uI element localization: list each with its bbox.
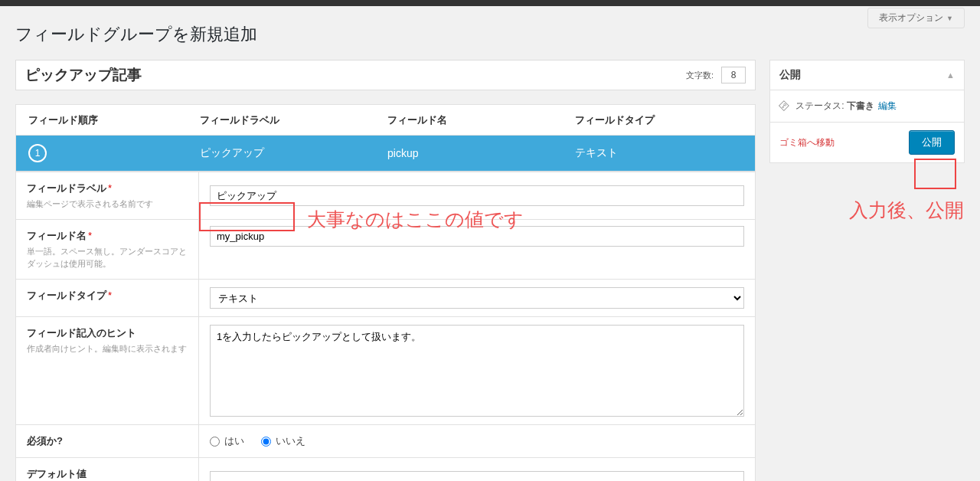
required-asterisk: * [108,182,112,194]
publish-box: 公開 ▲ ⚿ ステータス: 下書き 編集 ゴミ箱へ移動 公開 [769,60,965,163]
default-value-input[interactable] [210,471,744,481]
setting-field-label-sub: 編集ページで表示される名前です [27,198,188,210]
field-row-type: テキスト [575,146,755,160]
annotation-publish-text: 入力後、公開 [849,198,964,223]
field-label-input[interactable] [210,185,744,206]
setting-required-lbl: 必須か? [27,435,63,447]
key-icon: ⚿ [777,99,791,113]
setting-field-type-lbl: フィールドタイプ [27,290,106,301]
page-title: フィールドグループを新規追加 [15,23,965,46]
publish-button[interactable]: 公開 [909,130,955,155]
header-label: フィールドラベル [200,113,387,127]
header-name: フィールド名 [387,113,575,127]
trash-link[interactable]: ゴミ箱へ移動 [779,136,835,149]
charcount-label: 文字数: [686,70,714,81]
field-name-input[interactable] [210,226,744,247]
setting-field-hint-sub: 作成者向けヒント。編集時に表示されます [27,343,188,355]
status-label: ステータス: [795,100,844,111]
setting-field-type-row: フィールドタイプ* テキスト [15,280,756,317]
setting-field-hint-row: フィールド記入のヒント 作成者向けヒント。編集時に表示されます [15,317,756,425]
field-row-label: ピックアップ [200,146,387,160]
header-order: フィールド順序 [16,113,200,127]
setting-default-lbl: デフォルト値 [27,468,87,479]
edit-status-link[interactable]: 編集 [878,100,897,111]
group-title-input[interactable] [25,67,678,83]
screen-options-label: 表示オプション [879,12,943,23]
field-row[interactable]: 1 ピックアップ pickup テキスト [16,136,755,171]
header-type: フィールドタイプ [575,113,755,127]
charcount-value: 8 [721,67,746,83]
setting-field-name-row: フィールド名* 単一語。スペース無し。アンダースコアとダッシュは使用可能。 [15,220,756,280]
setting-field-label-row: フィールドラベル* 編集ページで表示される名前です [15,172,756,220]
field-order-badge: 1 [28,144,47,162]
title-box: 文字数: 8 [15,60,756,90]
field-type-select[interactable]: テキスト [210,287,744,309]
setting-default-row: デフォルト値 Appears when creating a new post [15,458,756,481]
required-asterisk: * [108,290,112,301]
setting-field-name-sub: 単一語。スペース無し。アンダースコアとダッシュは使用可能。 [27,246,188,270]
annotation-publish-highlight [914,159,956,189]
setting-field-label-lbl: フィールドラベル [27,182,106,194]
setting-field-hint-lbl: フィールド記入のヒント [27,327,136,339]
screen-options-button[interactable]: 表示オプション▼ [867,8,965,28]
collapse-icon[interactable]: ▲ [946,70,955,80]
setting-required-row: 必須か? はい いいえ [15,425,756,458]
field-settings: フィールドラベル* 編集ページで表示される名前です フィールド名* 単一語。スペ… [15,172,756,481]
publish-title: 公開 [779,68,801,82]
setting-field-name-lbl: フィールド名 [27,230,87,241]
chevron-down-icon: ▼ [946,15,953,22]
admin-topbar [0,0,980,6]
fields-table: フィールド順序 フィールドラベル フィールド名 フィールドタイプ 1 ピックアッ… [15,104,756,172]
status-value: 下書き [847,100,874,111]
required-yes-radio[interactable]: はい [210,434,244,448]
required-no-radio[interactable]: いいえ [261,434,305,448]
fields-header-row: フィールド順序 フィールドラベル フィールド名 フィールドタイプ [16,105,755,136]
field-row-name: pickup [387,147,575,159]
field-hint-textarea[interactable] [210,325,744,417]
required-asterisk: * [88,230,92,241]
